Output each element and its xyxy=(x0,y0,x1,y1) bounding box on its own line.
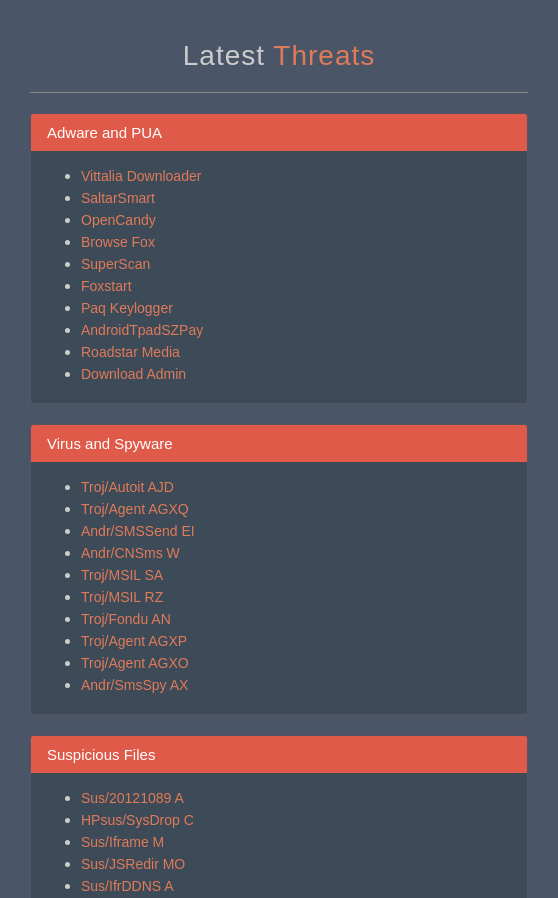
list-item: Troj/Autoit AJD xyxy=(81,478,507,496)
threat-link[interactable]: SaltarSmart xyxy=(81,190,155,206)
list-item: Troj/Agent AGXP xyxy=(81,632,507,650)
threat-list-virus-spyware: Troj/Autoit AJDTroj/Agent AGXQAndr/SMSSe… xyxy=(61,478,507,694)
list-item: Troj/MSIL SA xyxy=(81,566,507,584)
threat-link[interactable]: Troj/Agent AGXQ xyxy=(81,501,189,517)
threat-link[interactable]: Paq Keylogger xyxy=(81,300,173,316)
list-item: Andr/CNSms W xyxy=(81,544,507,562)
threat-link[interactable]: Troj/MSIL RZ xyxy=(81,589,163,605)
list-item: OpenCandy xyxy=(81,211,507,229)
list-item: Troj/MSIL RZ xyxy=(81,588,507,606)
threat-link[interactable]: AndroidTpadSZPay xyxy=(81,322,203,338)
list-item: Sus/IfrDDNS A xyxy=(81,877,507,895)
threat-list-adware-pua: Vittalia DownloaderSaltarSmartOpenCandyB… xyxy=(61,167,507,383)
list-item: AndroidTpadSZPay xyxy=(81,321,507,339)
threat-link[interactable]: Troj/Autoit AJD xyxy=(81,479,174,495)
category-header-suspicious-files: Suspicious Files xyxy=(31,736,527,773)
page-title: Latest Threats xyxy=(30,40,528,72)
list-item: Sus/20121089 A xyxy=(81,789,507,807)
threat-link[interactable]: Browse Fox xyxy=(81,234,155,250)
threat-link[interactable]: HPsus/SysDrop C xyxy=(81,812,194,828)
category-body-adware-pua: Vittalia DownloaderSaltarSmartOpenCandyB… xyxy=(31,151,527,403)
threat-link[interactable]: Sus/IfrDDNS A xyxy=(81,878,174,894)
threat-link[interactable]: Troj/Fondu AN xyxy=(81,611,171,627)
category-body-virus-spyware: Troj/Autoit AJDTroj/Agent AGXQAndr/SMSSe… xyxy=(31,462,527,714)
category-body-suspicious-files: Sus/20121089 AHPsus/SysDrop CSus/Iframe … xyxy=(31,773,527,898)
page-container: Latest Threats Adware and PUAVittalia Do… xyxy=(0,0,558,898)
threat-link[interactable]: Andr/SMSSend EI xyxy=(81,523,195,539)
page-title-area: Latest Threats xyxy=(30,0,528,92)
categories-container: Adware and PUAVittalia DownloaderSaltarS… xyxy=(30,113,528,898)
category-block-virus-spyware: Virus and SpywareTroj/Autoit AJDTroj/Age… xyxy=(30,424,528,715)
list-item: Roadstar Media xyxy=(81,343,507,361)
list-item: Troj/Agent AGXO xyxy=(81,654,507,672)
threat-link[interactable]: Foxstart xyxy=(81,278,132,294)
list-item: SuperScan xyxy=(81,255,507,273)
threat-link[interactable]: OpenCandy xyxy=(81,212,156,228)
list-item: HPsus/SysDrop C xyxy=(81,811,507,829)
category-header-virus-spyware: Virus and Spyware xyxy=(31,425,527,462)
category-header-adware-pua: Adware and PUA xyxy=(31,114,527,151)
category-block-adware-pua: Adware and PUAVittalia DownloaderSaltarS… xyxy=(30,113,528,404)
list-item: Sus/Iframe M xyxy=(81,833,507,851)
list-item: Troj/Fondu AN xyxy=(81,610,507,628)
list-item: Andr/SmsSpy AX xyxy=(81,676,507,694)
list-item: Andr/SMSSend EI xyxy=(81,522,507,540)
threat-link[interactable]: Sus/20121089 A xyxy=(81,790,184,806)
title-divider xyxy=(30,92,528,93)
threat-list-suspicious-files: Sus/20121089 AHPsus/SysDrop CSus/Iframe … xyxy=(61,789,507,898)
category-block-suspicious-files: Suspicious FilesSus/20121089 AHPsus/SysD… xyxy=(30,735,528,898)
threat-link[interactable]: Andr/SmsSpy AX xyxy=(81,677,188,693)
threat-link[interactable]: Sus/Iframe M xyxy=(81,834,164,850)
list-item: Foxstart xyxy=(81,277,507,295)
threat-link[interactable]: Vittalia Downloader xyxy=(81,168,201,184)
threat-link[interactable]: Troj/Agent AGXP xyxy=(81,633,187,649)
list-item: Paq Keylogger xyxy=(81,299,507,317)
threat-link[interactable]: Troj/MSIL SA xyxy=(81,567,163,583)
list-item: Troj/Agent AGXQ xyxy=(81,500,507,518)
threat-link[interactable]: SuperScan xyxy=(81,256,150,272)
list-item: Browse Fox xyxy=(81,233,507,251)
threat-link[interactable]: Download Admin xyxy=(81,366,186,382)
list-item: Vittalia Downloader xyxy=(81,167,507,185)
threat-link[interactable]: Roadstar Media xyxy=(81,344,180,360)
threat-link[interactable]: Andr/CNSms W xyxy=(81,545,180,561)
list-item: SaltarSmart xyxy=(81,189,507,207)
threat-link[interactable]: Troj/Agent AGXO xyxy=(81,655,189,671)
threat-link[interactable]: Sus/JSRedir MO xyxy=(81,856,185,872)
title-plain: Latest xyxy=(183,40,274,71)
list-item: Download Admin xyxy=(81,365,507,383)
title-highlight: Threats xyxy=(273,40,375,71)
list-item: Sus/JSRedir MO xyxy=(81,855,507,873)
